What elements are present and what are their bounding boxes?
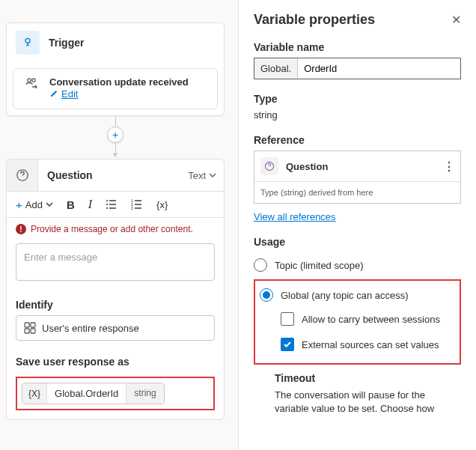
radio-icon [254, 258, 267, 272]
external-sources-checkbox[interactable]: External sources can set values [260, 332, 455, 357]
usage-global-highlight: Global (any topic can access) Allow to c… [254, 279, 461, 365]
name-prefix: Global. [254, 58, 298, 79]
view-all-references-link[interactable]: View all references [254, 211, 336, 222]
svg-point-0 [25, 38, 30, 43]
reference-item[interactable]: Question [286, 161, 436, 172]
svg-text:3: 3 [131, 206, 133, 210]
usage-global-radio[interactable]: Global (any topic can access) [260, 284, 455, 306]
identify-selector[interactable]: User's entire response [16, 315, 215, 341]
bold-button[interactable]: B [67, 198, 75, 211]
reference-box: Question ⋮ Type (string) derived from he… [254, 150, 461, 204]
question-title: Question [38, 169, 180, 181]
checkbox-icon [281, 338, 294, 351]
svg-rect-7 [109, 204, 116, 204]
svg-point-2 [32, 79, 35, 82]
error-icon: ! [16, 224, 26, 234]
numbered-list-button[interactable]: 123 [131, 198, 143, 210]
svg-rect-17 [31, 323, 35, 327]
variable-button[interactable]: {x} [156, 199, 168, 210]
usage-topic-radio[interactable]: Topic (limited scope) [254, 254, 461, 276]
save-response-highlight: {X} Global.OrderId string [16, 377, 215, 410]
fx-icon: {X} [22, 383, 47, 404]
usage-label: Usage [254, 236, 461, 248]
variable-name: Global.OrderId [47, 383, 126, 404]
save-response-label: Save user response as [7, 347, 224, 372]
question-icon [7, 159, 38, 191]
bullet-list-button[interactable] [106, 198, 118, 210]
variable-name-label: Variable name [254, 41, 461, 53]
svg-rect-18 [25, 329, 29, 333]
trigger-title: Trigger [49, 37, 84, 49]
identify-label: Identify [7, 290, 224, 315]
message-input[interactable]: Enter a message [16, 243, 215, 281]
variable-type: string [126, 383, 163, 404]
question-icon [260, 157, 278, 175]
timeout-description: The conversation will pause for the vari… [275, 389, 461, 416]
question-node: Question Text + Add B I 123 {x} ! P [6, 159, 225, 420]
conversation-icon [22, 76, 40, 91]
svg-point-6 [106, 204, 108, 205]
reference-derived: Type (string) derived from here [254, 182, 460, 203]
grid-icon [24, 322, 36, 334]
svg-rect-9 [109, 207, 116, 208]
question-type-dropdown[interactable]: Text [180, 170, 224, 181]
svg-rect-11 [135, 200, 141, 201]
variable-chip[interactable]: {X} Global.OrderId string [22, 383, 165, 404]
svg-point-1 [28, 79, 31, 82]
add-node-button[interactable]: + [107, 127, 123, 143]
svg-rect-5 [109, 200, 116, 201]
properties-panel: Variable properties ✕ Variable name Glob… [238, 0, 476, 450]
add-button[interactable]: + Add [16, 198, 53, 211]
edit-link[interactable]: Edit [49, 88, 78, 100]
svg-rect-16 [25, 323, 29, 327]
chevron-down-icon [209, 171, 216, 179]
type-value: string [254, 109, 461, 121]
timeout-label: Timeout [275, 372, 461, 384]
connector: + ▼ [0, 116, 231, 159]
lightning-icon [16, 31, 40, 55]
chevron-down-icon [46, 201, 53, 208]
italic-button[interactable]: I [88, 198, 92, 211]
radio-icon [260, 288, 273, 302]
reference-label: Reference [254, 134, 461, 146]
carry-sessions-checkbox[interactable]: Allow to carry between sessions [260, 306, 455, 332]
svg-point-4 [106, 200, 108, 201]
svg-rect-15 [135, 207, 141, 208]
trigger-node: Trigger Conversation update received Edi… [6, 22, 225, 116]
svg-rect-19 [31, 329, 35, 333]
svg-point-8 [106, 207, 108, 209]
trigger-event-title: Conversation update received [49, 76, 189, 88]
panel-title: Variable properties [254, 12, 375, 28]
more-icon[interactable]: ⋮ [443, 159, 454, 174]
variable-name-input-wrap: Global. [254, 58, 461, 79]
error-message: ! Provide a message or add other content… [7, 218, 224, 240]
toolbar: + Add B I 123 {x} [7, 192, 224, 218]
arrow-down-icon: ▼ [112, 150, 119, 159]
trigger-event-card[interactable]: Conversation update received Edit [13, 68, 218, 109]
type-label: Type [254, 93, 461, 105]
trigger-header: Trigger [7, 23, 224, 62]
close-icon[interactable]: ✕ [451, 13, 461, 27]
svg-rect-13 [135, 204, 141, 204]
checkbox-icon [281, 312, 294, 326]
variable-name-input[interactable] [298, 58, 460, 79]
